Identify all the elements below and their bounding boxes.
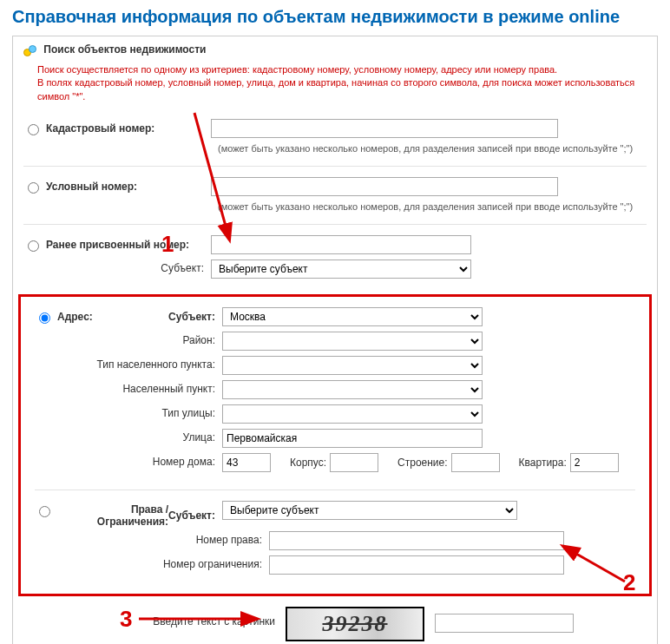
radio-cadastral[interactable]	[28, 124, 39, 135]
input-previous[interactable]	[211, 235, 471, 254]
input-captcha[interactable]	[435, 614, 574, 633]
input-street[interactable]	[222, 429, 483, 448]
input-flat[interactable]	[570, 453, 619, 472]
select-settlement-type[interactable]	[222, 356, 483, 375]
label-prev-subject: Субъект:	[23, 262, 204, 274]
label-address: Адрес:	[57, 311, 93, 323]
label-stroenie: Строение:	[397, 457, 448, 469]
search-icon	[23, 44, 37, 56]
label-street: Улица:	[35, 431, 215, 444]
search-hint: Поиск осуществляется по одному из критер…	[13, 62, 657, 112]
captcha-row: Введите текст с картинки 39238 Другую ка…	[13, 598, 657, 644]
hint-line-2: В полях кадастровый номер, условный номе…	[37, 76, 647, 103]
select-street-type[interactable]	[222, 404, 483, 424]
select-prev-subject[interactable]: Выберите субъект	[211, 260, 471, 279]
radio-conditional[interactable]	[28, 182, 39, 194]
input-korpus[interactable]	[330, 453, 378, 472]
label-conditional: Условный номер:	[46, 181, 137, 193]
input-restriction-number[interactable]	[269, 555, 564, 575]
panel-title: Поиск объектов недвижимости	[43, 43, 206, 56]
label-rights-subject: Субъект:	[168, 509, 215, 522]
page-title: Справочная информация по объектам недвиж…	[12, 7, 658, 27]
label-right-number: Номер права:	[35, 534, 262, 546]
radio-address[interactable]	[39, 312, 50, 324]
label-cadastral: Кадастровый номер:	[46, 122, 154, 135]
input-cadastral[interactable]	[211, 119, 558, 138]
input-right-number[interactable]	[269, 531, 564, 550]
search-panel: Поиск объектов недвижимости Поиск осущес…	[12, 36, 658, 644]
label-street-type: Тип улицы:	[35, 407, 215, 419]
hint-line-1: Поиск осуществляется по одному из критер…	[37, 63, 647, 76]
label-settlement-type: Тип населенного пункта:	[35, 358, 215, 371]
label-rights: Права / Ограничения:	[57, 503, 168, 528]
label-korpus: Корпус:	[290, 457, 326, 469]
captcha-image: 39238	[286, 607, 424, 641]
input-stroenie[interactable]	[451, 453, 500, 472]
label-captcha: Введите текст с картинки	[23, 607, 275, 628]
panel-header: Поиск объектов недвижимости	[13, 36, 657, 62]
radio-previous[interactable]	[28, 240, 39, 252]
label-district: Район:	[35, 334, 215, 346]
select-settlement[interactable]	[222, 380, 483, 399]
radio-rights[interactable]	[39, 506, 50, 517]
note-conditional: (может быть указано несколько номеров, д…	[218, 201, 647, 212]
input-house[interactable]	[222, 453, 271, 472]
label-settlement: Населенный пункт:	[35, 383, 215, 395]
input-conditional[interactable]	[211, 177, 558, 196]
select-district[interactable]	[222, 332, 483, 351]
highlight-box: Адрес: Субъект: Москва Район: Тип населе…	[18, 294, 652, 596]
select-rights-subject[interactable]: Выберите субъект	[222, 501, 517, 520]
label-previous: Ранее присвоенный номер:	[46, 239, 189, 251]
select-addr-subject[interactable]: Москва	[222, 307, 483, 326]
note-cadastral: (может быть указано несколько номеров, д…	[218, 143, 647, 154]
label-house: Номер дома:	[35, 456, 215, 468]
label-restriction-number: Номер ограничения:	[35, 558, 262, 570]
label-flat: Квартира:	[519, 457, 567, 469]
label-addr-subject: Субъект:	[168, 311, 215, 323]
